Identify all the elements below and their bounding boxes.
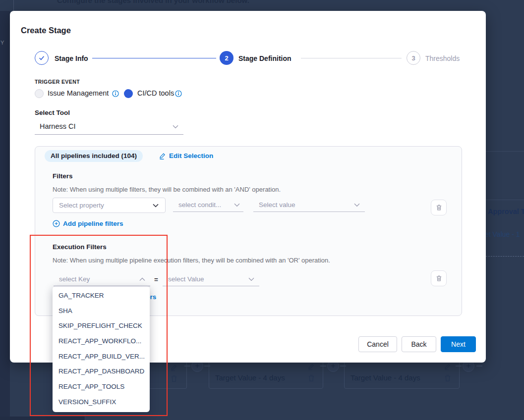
chevron-down-icon (173, 125, 179, 129)
trash-icon (308, 374, 315, 382)
background-connector (456, 366, 462, 367)
edit-icon (171, 364, 177, 371)
add-pipeline-filters-link[interactable]: Add pipeline filters (53, 220, 123, 227)
dropdown-option-react-app-workflow[interactable]: REACT_APP_WORKFLO... (53, 334, 150, 349)
trash-icon (436, 275, 442, 282)
edit-icon (308, 363, 315, 370)
dropdown-option-react-app-dashboard[interactable]: REACT_APP_DASHBOARD (53, 364, 150, 379)
chevron-down-icon (234, 203, 240, 208)
tool-select-value: Harness CI (40, 122, 76, 130)
execution-value-placeholder: select Value (168, 275, 204, 283)
chevron-down-icon (153, 204, 159, 208)
edit-selection-link[interactable]: Edit Selection (159, 152, 213, 159)
add-pipeline-filters-label: Add pipeline filters (63, 220, 123, 227)
dropdown-option-ga-tracker[interactable]: GA_TRACKER (53, 288, 150, 304)
execution-filters-title: Execution Filters (53, 243, 107, 251)
filter-value-select[interactable]: Select value (253, 199, 365, 212)
background-card: Target Value - 4 days (209, 360, 323, 389)
background-left-sidebar (0, 11, 10, 420)
filter-property-placeholder: Select property (59, 202, 104, 209)
filter-property-select[interactable]: Select property (53, 198, 166, 213)
step-stage-definition-label: Stage Definition (238, 54, 291, 62)
chevron-down-icon (248, 277, 255, 282)
dropdown-option-version-suffix[interactable]: VERSION_SUFFIX (53, 395, 150, 410)
step-thresholds-label: Thresholds (425, 54, 460, 62)
execution-filters-note: Note: When using multiple pipeline execu… (53, 257, 330, 264)
modal-title: Create Stage (21, 26, 71, 35)
edit-icon (159, 153, 166, 159)
background-dashed-line (486, 256, 524, 257)
step-thresholds[interactable]: 3 (407, 51, 420, 65)
radio-cicd-tools-label: CI/CD tools (137, 89, 174, 97)
dropdown-option-react-app-tools[interactable]: REACT_APP_TOOLS (53, 379, 150, 395)
background-connector (320, 366, 326, 367)
delete-filter-button[interactable] (431, 200, 447, 215)
radio-issue-management-label: Issue Management (48, 89, 109, 97)
filters-note: Note: When using multiple filters, they … (53, 186, 281, 193)
dropdown-option-skip-preflight-check[interactable]: SKIP_PREFLIGHT_CHECK (53, 318, 150, 334)
step-number: 3 (411, 54, 415, 62)
edit-selection-label: Edit Selection (169, 152, 213, 159)
stepper-connector (92, 58, 216, 58)
filters-title: Filters (53, 172, 73, 180)
filter-condition-placeholder: select condit... (178, 201, 221, 209)
background-divider (13, 0, 14, 11)
dropdown-option-sha[interactable]: SHA (53, 304, 150, 319)
radio-cicd-tools[interactable] (124, 89, 133, 98)
background-connector (184, 366, 190, 367)
step-stage-definition[interactable]: 2 (220, 51, 233, 65)
delete-execution-filter-button[interactable] (431, 270, 447, 286)
background-card-label: Target Value - 4 days (215, 373, 285, 382)
edit-icon (444, 363, 451, 370)
background-line (486, 200, 524, 200)
trash-icon (171, 375, 177, 382)
next-button[interactable]: Next (441, 336, 476, 352)
cancel-button[interactable]: Cancel (358, 336, 397, 352)
info-icon[interactable] (175, 90, 182, 97)
background-banner-text: Configure the stages involved in your wo… (57, 0, 249, 4)
filter-value-placeholder: Select value (259, 201, 295, 209)
dropdown-option-react-app-build-ver[interactable]: REACT_APP_BUILD_VER... (53, 349, 150, 365)
background-connector (476, 366, 482, 367)
background-card-label: Target Value - 4 days (350, 373, 420, 382)
background-column-row: et Value - 1 (485, 230, 520, 238)
key-select-dropdown: GA_TRACKER SHA SKIP_PREFLIGHT_CHECK REAC… (53, 286, 150, 412)
chevron-down-icon (354, 203, 360, 208)
pipelines-included-badge[interactable]: All pipelines included (104) (45, 150, 143, 162)
check-icon (38, 54, 45, 61)
filter-condition-select[interactable]: select condit... (173, 199, 243, 212)
info-icon[interactable] (112, 90, 119, 97)
background-sidebar-letter: Y (0, 40, 4, 46)
background-line (486, 151, 524, 152)
equals-sign: = (154, 276, 158, 283)
trash-icon (444, 374, 451, 382)
step-stage-info[interactable] (35, 51, 49, 65)
chevron-up-icon (139, 277, 146, 282)
step-stage-info-label: Stage Info (55, 54, 88, 62)
background-bottom-edge (0, 417, 85, 420)
execution-value-select[interactable]: select Value (163, 273, 259, 286)
tool-select[interactable]: Harness CI (35, 119, 183, 135)
plus-circle-icon (53, 220, 60, 227)
trigger-event-label: TRIGGER EVENT (35, 79, 80, 85)
back-button[interactable]: Back (402, 336, 436, 352)
background-column-header: Approval Ti (488, 208, 524, 215)
select-tool-label: Select Tool (35, 109, 70, 116)
stepper-connector (301, 58, 402, 58)
background-card: Target Value - 4 days (344, 360, 460, 389)
background-card-partial (149, 360, 187, 389)
trash-icon (436, 204, 442, 211)
execution-key-select[interactable]: select Key (54, 273, 150, 286)
radio-issue-management[interactable] (35, 89, 44, 98)
step-number: 2 (225, 54, 228, 62)
execution-key-placeholder: select Key (59, 275, 90, 283)
